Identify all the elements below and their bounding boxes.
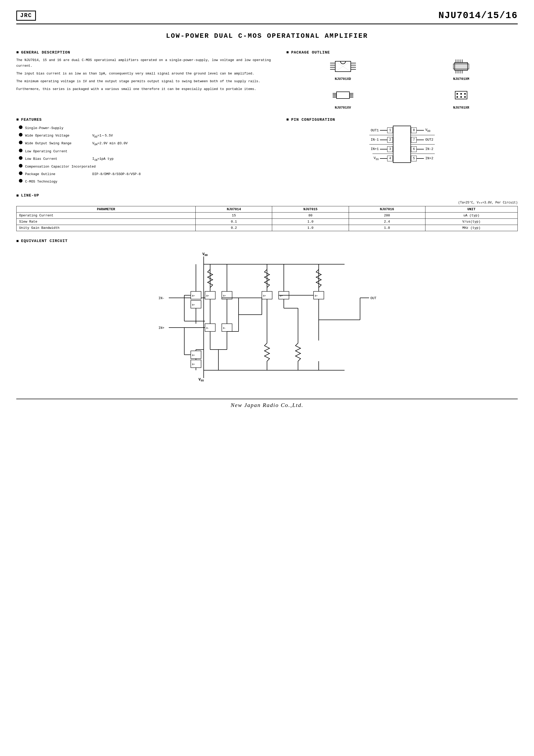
desc-p1: The NJU7014, 15 and 16 are dual C-MOS op… [16,57,271,69]
pin-left-col: OUT1 1 IN-1 2 IN+1 3 VS [369,126,393,163]
lineup-section: LINE-UP (Ta=25°C, V₀₀=3.0V, Per Circuit)… [16,193,518,231]
pin-name-in+2: IN+2 [424,156,435,160]
lineup-heading: LINE-UP [16,193,518,198]
feature-4: Low Operating Current [19,148,271,154]
package-item-sop: NJU701XM [405,57,518,81]
col-nju7014: NJU7014 [196,206,272,212]
v14-2: 0.2 [196,225,272,231]
pin-num-7: 7 [411,137,417,143]
feature-label-1: Single-Power-Supply [25,126,92,131]
pin-row-out1: OUT1 1 [369,126,393,135]
desc-p3: The minimum operating voltage is 1V and … [16,79,271,84]
pin-row-in-1: IN-1 2 [369,135,393,144]
bullet-icon-3 [19,141,22,144]
svg-point-34 [456,96,458,98]
general-desc-heading: GENERAL DESCRIPTION [16,50,271,55]
package-item-vsp: NJU701XR [405,86,518,110]
pin-wire-in-1 [380,140,387,140]
feature-value-3: VOM=2.9V min @3.0V [92,141,128,147]
pin-wire-in+1 [380,149,387,149]
svg-point-36 [464,96,466,98]
bullet-icon-1 [19,125,22,129]
pin-name-out1: OUT1 [369,128,380,132]
svg-text:B+: B+ [315,295,318,297]
pin-num-4: 4 [387,156,393,161]
svg-point-35 [460,96,462,98]
bullet-icon-7 [19,172,22,175]
v15-0: 80 [272,212,349,219]
pin-wire-out1 [380,130,387,131]
feature-5: Low Bias Current IIB=1pA typ [19,155,271,162]
svg-text:B+: B+ [192,363,195,366]
lineup-header-row: PARAMETER NJU7014 NJU7015 NJU7016 UNIT [16,206,518,212]
feature-label-2: Wide Operating Voltage [25,133,92,139]
feature-value-5: IIB=1pA typ [92,156,114,162]
feature-value-2: VDD=1～5.5V [92,133,113,139]
svg-rect-30 [455,91,467,99]
svg-text:B+: B+ [192,304,195,306]
feature-1: Single-Power-Supply [19,124,271,131]
part-number: NJU7014/15/16 [439,10,518,21]
pin-num-6: 6 [411,146,417,152]
svg-text:B-: B- [206,327,209,330]
unit-0: uA (typ) [425,212,518,219]
features-pin-two-col: FEATURES Single-Power-Supply Wide Operat… [16,117,518,186]
col-nju7016: NJU7016 [349,206,425,212]
jrc-logo: JRC [16,11,36,21]
feature-label-4: Low Operating Current [25,149,92,154]
svg-text:B+: B+ [223,295,226,297]
pin-row-vss: VSS 4 [372,153,393,163]
equiv-circuit-diagram: VDD VSS IN- IN+ OUT [16,249,518,383]
pin-name-vss: VSS [372,156,380,161]
pin-wire-in+2 [417,158,424,159]
feature-label-7: Package Outline [25,172,92,177]
pin-right-col: 8 VDD 7 OUT2 6 IN-2 5 [411,126,435,163]
col-parameter: PARAMETER [16,206,196,212]
pin-wire-out2 [417,140,424,140]
desc-p2: The input bias current is as low as than… [16,71,271,76]
bullet-icon-5 [19,156,22,160]
page-container: JRC NJU7014/15/16 LOW-POWER DUAL C-MOS O… [16,10,518,409]
feature-label-6: Compensation Capacitor Incorporated [25,164,95,170]
bullet-icon-2 [19,133,22,137]
param-1: Slew Rate [16,219,196,225]
general-desc-col: GENERAL DESCRIPTION The NJU7014, 15 and … [16,50,271,110]
lineup-table: PARAMETER NJU7014 NJU7015 NJU7016 UNIT O… [16,206,518,231]
feature-7: Package Outline DIP-8/DMP-8/SSOP-8/VSP-8 [19,171,271,177]
pin-wire-vdd [417,130,424,131]
svg-point-33 [464,93,466,94]
package-label-ssop: NJU701XV [335,106,351,110]
pin-num-5: 5 [411,156,417,161]
v16-2: 1.0 [349,225,425,231]
pin-name-in-2: IN-2 [424,147,435,151]
pin-num-1: 1 [387,127,393,133]
package-img-ssop [329,86,357,104]
pin-name-in-1: IN-1 [369,138,380,142]
col-nju7015: NJU7015 [272,206,349,212]
svg-text:IN-: IN- [158,296,164,300]
v15-1: 1.0 [272,219,349,225]
svg-point-31 [456,93,458,94]
pin-row-out2: 7 OUT2 [411,135,435,144]
pin-config-col: PIN CONFIGURATION OUT1 1 IN-1 2 [286,117,518,186]
lineup-caption: (Ta=25°C, V₀₀=3.0V, Per Circuit) [16,201,518,204]
feature-8: C-MOS Technology [19,178,271,185]
feature-6: Compensation Capacitor Incorporated [19,163,271,170]
svg-text:VSS: VSS [199,377,204,382]
svg-text:B+: B+ [192,295,195,297]
pin-row-in-2: 6 IN-2 [411,144,435,153]
svg-text:B+: B+ [263,295,266,297]
svg-point-32 [460,93,462,94]
pin-name-in+1: IN+1 [369,147,380,151]
ic-body [393,126,411,163]
features-col: FEATURES Single-Power-Supply Wide Operat… [16,117,271,186]
feature-value-7: DIP-8/DMP-8/SSOP-8/VSP-8 [92,172,141,177]
feature-2: Wide Operating Voltage VDD=1～5.5V [19,132,271,139]
lineup-row-0: Operating Current 15 80 200 uA (typ) [16,212,518,219]
package-item-dip: NJU701XD [286,57,400,81]
feature-3: Wide Output Swing Range VOM=2.9V min @3.… [19,140,271,147]
svg-rect-21 [336,92,349,98]
equiv-section: EQUIVALENT CIRCUIT VDD VSS IN- [16,239,518,383]
package-outline-col: PACKAGE OUTLINE [286,50,518,110]
bullet-icon-6 [19,164,22,168]
